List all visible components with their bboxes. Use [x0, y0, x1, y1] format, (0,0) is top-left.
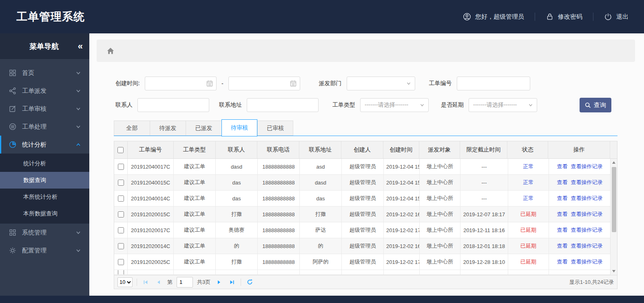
scroll-down-icon[interactable] [612, 270, 615, 272]
cell-phone: 18888888888 [258, 238, 300, 254]
cell-address: asd [300, 159, 342, 175]
table-body: 201912040017C 建议工单 dasd 18888888888 asd … [114, 159, 617, 275]
delay-select[interactable]: -------请选择------- [469, 98, 537, 112]
order-no-field [457, 77, 530, 90]
cell-creator: 超级管理员 [342, 159, 384, 175]
refresh-button[interactable] [245, 278, 254, 287]
cell-deadline: --- [460, 175, 508, 191]
row-checkbox[interactable] [118, 227, 124, 233]
address-field [247, 98, 319, 112]
status-text: 正常 [523, 195, 534, 202]
view-link[interactable]: 查看 [557, 242, 568, 250]
view-link[interactable]: 查看 [557, 258, 568, 266]
contact-input[interactable] [137, 98, 209, 112]
search-button[interactable]: 查询 [580, 98, 611, 112]
row-checkbox[interactable] [118, 180, 124, 186]
col-actions: 操作 [548, 141, 610, 159]
view-log-link[interactable]: 查看操作记录 [571, 211, 603, 218]
sidebar-subitem-office-statistics[interactable]: 本所统计分析 [0, 189, 89, 205]
view-link[interactable]: 查看 [557, 163, 568, 170]
tab-reviewed[interactable]: 已审核 [257, 121, 293, 136]
sidebar-item-statistics[interactable]: 统计分析 [0, 136, 89, 154]
view-log-link[interactable]: 查看操作记录 [571, 242, 603, 250]
cell-order-type: 建议工单 [174, 159, 216, 175]
page-size-select[interactable]: 10 [117, 277, 133, 287]
cell-status: 正常 [508, 175, 549, 191]
cell-contact: das [216, 175, 258, 191]
sidebar-item-process[interactable]: 工单处理 [0, 118, 89, 136]
chevron-down-icon [75, 88, 81, 94]
order-no-input[interactable] [457, 77, 530, 90]
total-pages: 共3页 [197, 279, 210, 286]
cell-target: 墩上中心所 [420, 222, 460, 238]
sidebar-item-home[interactable]: 首页 [0, 64, 89, 82]
sidebar-subitem-statistics[interactable]: 统计分析 [0, 155, 89, 172]
tab-to-review[interactable]: 待审核 [221, 119, 257, 136]
sidebar-subitem-data-query[interactable]: 数据查询 [0, 172, 89, 189]
status-text: 正常 [523, 179, 534, 186]
row-checkbox[interactable] [118, 259, 124, 265]
last-page-button[interactable] [228, 278, 237, 287]
view-log-link[interactable]: 查看操作记录 [571, 258, 603, 266]
col-order-type: 工单类型 [174, 141, 216, 159]
cell-status: 已延期 [508, 222, 549, 238]
first-page-button[interactable] [141, 278, 150, 287]
cell-created: 2019-12-02 17 [384, 222, 420, 238]
sidebar-item-dispatch[interactable]: 工单派发 [0, 82, 89, 100]
sidebar: 菜单导航 « 首页 工单派发 工单审核 工单处理 [0, 33, 89, 296]
row-checkbox[interactable] [118, 211, 124, 217]
sidebar-item-review[interactable]: 工单审核 [0, 100, 89, 118]
view-link[interactable]: 查看 [557, 179, 568, 186]
select-all-checkbox[interactable] [117, 147, 124, 153]
delay-label: 是否延期 [441, 101, 464, 109]
calendar-icon[interactable] [290, 80, 297, 87]
chevron-down-icon [75, 106, 81, 112]
change-password-button[interactable]: 修改密码 [546, 13, 582, 21]
menu-label: 统计分析 [22, 141, 46, 149]
view-link[interactable]: 查看 [557, 211, 568, 218]
view-log-link[interactable]: 查看操作记录 [571, 179, 603, 186]
order-type-label: 工单类型 [332, 101, 355, 109]
row-checkbox[interactable] [118, 270, 124, 275]
row-checkbox[interactable] [118, 195, 124, 202]
dispatch-dept-select[interactable] [347, 77, 415, 90]
view-link[interactable]: 查看 [557, 226, 568, 234]
collapse-sidebar-icon[interactable]: « [78, 41, 82, 52]
sidebar-item-config[interactable]: 配置管理 [0, 242, 89, 259]
cell-actions: 查看 查看操作记录 [549, 254, 611, 270]
filter-row-2: 联系人 联系地址 工单类型 -------请选择------- 是否延期 ---… [115, 98, 644, 112]
col-deadline: 限定截止时间 [460, 141, 508, 159]
cell-order-no: 201912040014C [128, 191, 174, 206]
sidebar-item-system[interactable]: 系统管理 [0, 224, 89, 242]
view-log-link[interactable]: 查看操作记录 [571, 195, 603, 202]
home-icon[interactable] [106, 47, 115, 55]
cell-order-type: 建议工单 [174, 238, 216, 254]
view-log-link[interactable]: 查看操作记录 [571, 163, 603, 170]
cell-address: das [300, 191, 342, 206]
tab-dispatched[interactable]: 已派发 [186, 121, 221, 136]
cell-address: dasd [300, 175, 342, 191]
address-input[interactable] [247, 98, 319, 112]
page-number-input[interactable] [177, 277, 193, 288]
cell-phone: 18888888888 [258, 191, 300, 206]
col-creator: 创建人 [341, 141, 383, 159]
next-page-button[interactable] [215, 278, 224, 287]
select-placeholder: -------请选择------- [365, 101, 419, 109]
scroll-up-icon[interactable] [612, 161, 615, 164]
scrollbar-thumb[interactable] [612, 167, 616, 232]
logout-button[interactable]: 退出 [604, 13, 629, 21]
row-checkbox[interactable] [118, 164, 124, 170]
tab-all[interactable]: 全部 [114, 121, 150, 136]
tab-to-dispatch[interactable]: 待派发 [150, 121, 186, 136]
cell-contact: dasd [216, 159, 258, 175]
order-type-select[interactable]: -------请选择------- [360, 98, 429, 112]
view-log-link[interactable]: 查看操作记录 [571, 226, 603, 234]
calendar-icon[interactable] [206, 80, 213, 87]
row-checkbox[interactable] [118, 243, 124, 249]
prev-page-button[interactable] [154, 278, 163, 287]
menu-label: 工单派发 [22, 87, 46, 95]
sidebar-subitem-office-data-query[interactable]: 本所数据查询 [0, 205, 89, 222]
user-greeting[interactable]: 您好，超级管理员 [463, 13, 524, 21]
table-scrollbar[interactable] [610, 159, 617, 275]
view-link[interactable]: 查看 [557, 195, 568, 202]
